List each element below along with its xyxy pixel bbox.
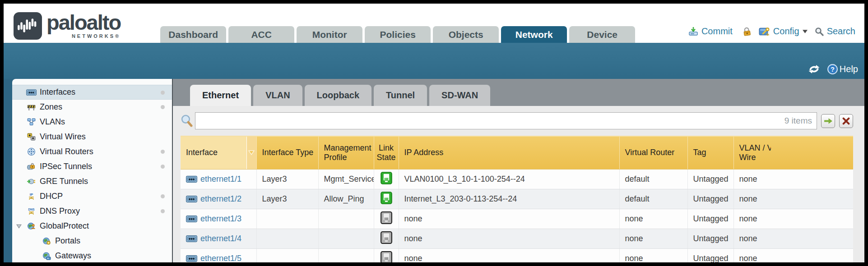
- interfaces-table-wrap: InterfaceInterface TypeManagement Profil…: [181, 136, 853, 262]
- help-icon[interactable]: ?: [827, 64, 838, 75]
- sidebar-item-dns-proxy[interactable]: DNSDNS Proxy: [12, 204, 172, 219]
- cell-interface-type: Layer3: [256, 189, 318, 209]
- tab-device[interactable]: Device: [569, 26, 635, 43]
- interface-type-tabs: EthernetVLANLoopbackTunnelSD-WAN: [173, 79, 864, 106]
- subtab-sd-wan[interactable]: SD-WAN: [429, 85, 490, 106]
- cell-management-profile: [318, 248, 374, 262]
- item-dot: [161, 209, 165, 213]
- interface-link[interactable]: ethernet1/1: [200, 174, 241, 184]
- link-state-down-icon: [381, 231, 392, 244]
- tab-network[interactable]: Network: [501, 26, 567, 43]
- apply-filter-button[interactable]: [821, 114, 835, 128]
- svg-text:?: ?: [831, 66, 835, 73]
- main-tabs: DashboardACCMonitorPoliciesObjectsNetwor…: [160, 26, 635, 43]
- ethernet-interface-icon: [186, 176, 197, 183]
- item-dot: [161, 91, 165, 95]
- sort-dropdown[interactable]: [246, 137, 256, 169]
- cell-interface-type: [256, 229, 318, 248]
- commit-icon[interactable]: [688, 27, 698, 36]
- cell-vlan-wire: none: [733, 209, 853, 229]
- sidebar-item-vlans[interactable]: VLANs: [12, 115, 172, 129]
- clear-x-icon: [842, 117, 850, 125]
- column-header-ip-address[interactable]: IP Address: [399, 136, 619, 169]
- ethernet-interface-icon: [186, 235, 197, 242]
- cell-link-state: [374, 248, 399, 262]
- clear-filter-button[interactable]: [839, 114, 853, 128]
- subtab-vlan[interactable]: VLAN: [253, 85, 302, 106]
- secondary-bar: ? Help: [4, 43, 864, 79]
- content-area: EthernetVLANLoopbackTunnelSD-WAN 9 items: [173, 79, 864, 262]
- tab-acc[interactable]: ACC: [228, 26, 294, 43]
- column-header-management-profile[interactable]: Management Profile: [318, 136, 374, 169]
- lock-icon[interactable]: [742, 27, 752, 37]
- item-dot: [161, 105, 165, 109]
- subtab-ethernet[interactable]: Ethernet: [190, 85, 251, 106]
- sidebar-item-gre-tunnels[interactable]: GRE Tunnels: [12, 174, 172, 189]
- config-icon[interactable]: [759, 27, 770, 37]
- cell-ip-address: VLAN0100_L3_10-1-100-254--24: [399, 169, 619, 189]
- dhcp-icon: IP: [26, 193, 37, 201]
- tab-objects[interactable]: Objects: [433, 26, 499, 43]
- table-header-row: InterfaceInterface TypeManagement Profil…: [181, 136, 853, 169]
- ethernet-interface-icon: [186, 255, 197, 262]
- cell-vlan-wire: none: [733, 229, 853, 248]
- sidebar-item-virtual-routers[interactable]: Virtual Routers: [12, 144, 172, 159]
- tab-policies[interactable]: Policies: [365, 26, 431, 43]
- cell-management-profile: [318, 229, 374, 248]
- filter-bar: 9 items: [181, 106, 853, 136]
- link-state-down-icon: [381, 211, 392, 224]
- svg-text:IP: IP: [29, 193, 32, 197]
- sidebar-item-ipsec-tunnels[interactable]: IPSec Tunnels: [12, 159, 172, 174]
- sidebar-item-virtual-wires[interactable]: Virtual Wires: [12, 129, 172, 144]
- sidebar: InterfacesZonesVLANsVirtual WiresVirtual…: [12, 79, 173, 262]
- column-header-tag[interactable]: Tag: [687, 136, 733, 169]
- main-body: InterfacesZonesVLANsVirtual WiresVirtual…: [4, 79, 864, 262]
- table-row: ethernet1/4nonenoneUntaggednone: [181, 229, 853, 248]
- sidebar-item-interfaces[interactable]: Interfaces: [12, 85, 172, 100]
- subtab-loopback[interactable]: Loopback: [305, 85, 371, 106]
- arrow-right-icon: [824, 118, 832, 124]
- column-header-interface[interactable]: Interface: [181, 136, 256, 169]
- top-bar: paloalto NETWORKS® DashboardACCMonitorPo…: [4, 4, 864, 43]
- interface-link[interactable]: ethernet1/3: [200, 214, 241, 224]
- cell-tag: Untagged: [687, 229, 733, 248]
- column-header-link-state[interactable]: Link State: [374, 136, 399, 169]
- sidebar-item-globalprotect[interactable]: GlobalProtect: [12, 219, 172, 234]
- tab-dashboard[interactable]: Dashboard: [160, 26, 226, 43]
- sidebar-item-label: Portals: [55, 236, 80, 246]
- column-header-vlan-virtual-wire[interactable]: VLAN / VirtualWire: [733, 136, 853, 169]
- commit-button[interactable]: Commit: [701, 26, 733, 37]
- filter-input[interactable]: [195, 113, 784, 129]
- cell-management-profile: [318, 209, 374, 229]
- help-link[interactable]: Help: [840, 64, 858, 74]
- search-button[interactable]: Search: [827, 26, 855, 37]
- sidebar-item-gateways[interactable]: Gateways: [12, 248, 172, 262]
- table-body: ethernet1/1Layer3Mgmt_ServicesVLAN0100_L…: [181, 169, 853, 262]
- tab-monitor[interactable]: Monitor: [297, 26, 362, 43]
- sidebar-item-dhcp[interactable]: IPDHCP: [12, 189, 172, 204]
- sidebar-item-portals[interactable]: Portals: [12, 234, 172, 248]
- gre-tunnels-icon: [26, 178, 37, 185]
- cell-management-profile: Mgmt_Services: [318, 169, 374, 189]
- cell-link-state: [374, 169, 399, 189]
- config-menu[interactable]: Config: [773, 26, 799, 37]
- table-row: ethernet1/1Layer3Mgmt_ServicesVLAN0100_L…: [181, 169, 853, 189]
- cell-vlan-wire: none: [733, 169, 853, 189]
- caret-down-icon[interactable]: [803, 30, 808, 33]
- column-header-interface-type[interactable]: Interface Type: [256, 136, 318, 169]
- subtab-tunnel[interactable]: Tunnel: [374, 85, 427, 106]
- sidebar-item-zones[interactable]: Zones: [12, 100, 172, 115]
- globalprotect-icon: [26, 222, 37, 230]
- interface-link[interactable]: ethernet1/5: [200, 254, 241, 263]
- virtual-wires-icon: [26, 133, 37, 141]
- interface-link[interactable]: ethernet1/2: [200, 194, 241, 204]
- svg-text:DNS: DNS: [28, 207, 35, 211]
- expander-icon[interactable]: [16, 224, 22, 229]
- zones-icon: [26, 104, 37, 111]
- search-icon[interactable]: [815, 27, 824, 36]
- refresh-icon[interactable]: [808, 64, 820, 74]
- cell-ip-address: none: [399, 248, 619, 262]
- cell-interface-type: [256, 209, 318, 229]
- interface-link[interactable]: ethernet1/4: [200, 234, 241, 243]
- column-header-virtual-router[interactable]: Virtual Router: [619, 136, 687, 169]
